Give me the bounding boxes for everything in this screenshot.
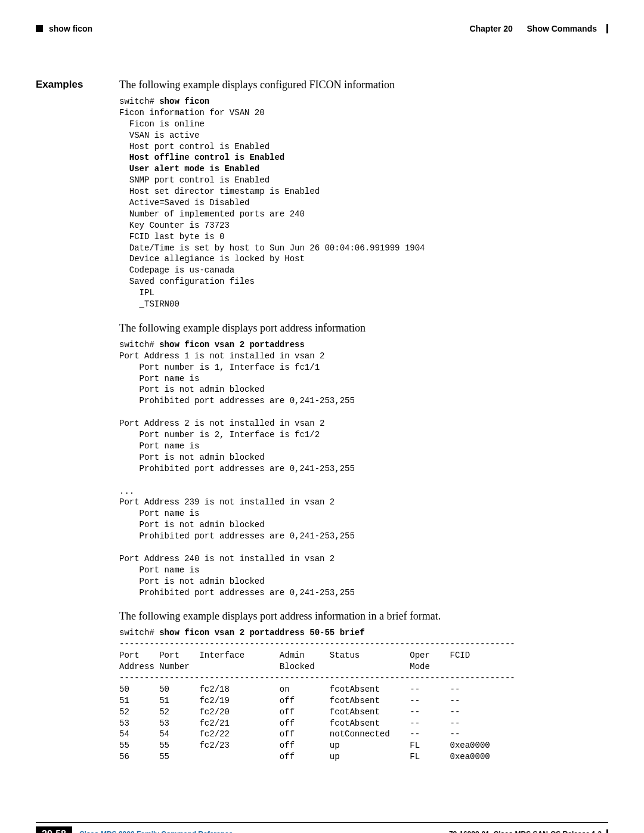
code-line: Number of implemented ports are 240 [119, 209, 305, 219]
footer-rule-icon [606, 829, 608, 833]
code-block-2: switch# show ficon vsan 2 portaddress Po… [119, 339, 608, 598]
code-line: Device allegiance is locked by Host [119, 254, 305, 264]
command: show ficon [159, 97, 209, 106]
intro-text-2: The following example displays port addr… [119, 322, 608, 335]
code-line-bold: User alert mode is Enabled [119, 164, 259, 174]
intro-text-3: The following example displays port addr… [119, 610, 608, 623]
footer-release: 78-16088-01, Cisco MDS SAN-OS Release 1.… [449, 830, 602, 833]
code-line: Active=Saved is Disabled [119, 198, 249, 208]
section-body: The following example displays configure… [119, 79, 608, 775]
header-left: show ficon [36, 24, 92, 33]
footer-left: 20-58 Cisco MDS 9000 Family Command Refe… [36, 826, 233, 833]
header-left-label: show ficon [49, 24, 92, 33]
code-line: Saved configuration files [119, 277, 255, 286]
document-page: show ficon Chapter 20 Show Commands Exam… [0, 0, 644, 833]
prompt: switch# [119, 97, 159, 106]
code-line: Host set director timestamp is Enabled [119, 187, 320, 196]
page-footer: 20-58 Cisco MDS 9000 Family Command Refe… [36, 822, 608, 833]
command: show ficon vsan 2 portaddress 50-55 brie… [159, 628, 364, 637]
section-label: Examples [36, 79, 119, 775]
code-line: Codepage is us-canada [119, 265, 234, 275]
code-line: _TSIRN00 [119, 299, 179, 309]
code-line: Date/Time is set by host to Sun Jun 26 0… [119, 243, 425, 253]
code-line: Host port control is Enabled [119, 142, 270, 151]
prompt: switch# [119, 340, 159, 349]
prompt: switch# [119, 628, 159, 637]
command: show ficon vsan 2 portaddress [159, 340, 305, 349]
footer-title: Cisco MDS 9000 Family Command Reference [79, 830, 233, 833]
bullet-square-icon [36, 25, 43, 32]
page-header: show ficon Chapter 20 Show Commands [36, 24, 608, 37]
page-number: 20-58 [36, 826, 72, 833]
header-chapter-title: Show Commands [527, 24, 597, 33]
code-body: ----------------------------------------… [119, 639, 515, 761]
code-block-1: switch# show ficon Ficon information for… [119, 96, 608, 310]
header-chapter: Chapter 20 [469, 24, 512, 33]
examples-section: Examples The following example displays … [36, 79, 608, 775]
header-rule-icon [606, 24, 608, 33]
intro-text-1: The following example displays configure… [119, 79, 608, 91]
code-block-3: switch# show ficon vsan 2 portaddress 50… [119, 627, 608, 763]
code-line: Key Counter is 73723 [119, 221, 230, 230]
header-right: Chapter 20 Show Commands [469, 24, 608, 33]
code-line: Ficon information for VSAN 20 [119, 108, 265, 117]
code-line: VSAN is active [119, 131, 199, 140]
code-line: SNMP port control is Enabled [119, 175, 270, 185]
code-line: Ficon is online [119, 119, 205, 129]
code-line-bold: Host offline control is Enabled [119, 153, 284, 162]
code-line: IPL [119, 288, 154, 298]
code-line: FCID last byte is 0 [119, 232, 224, 241]
footer-right: 78-16088-01, Cisco MDS SAN-OS Release 1.… [449, 829, 608, 833]
code-body: Port Address 1 is not installed in vsan … [119, 351, 355, 597]
